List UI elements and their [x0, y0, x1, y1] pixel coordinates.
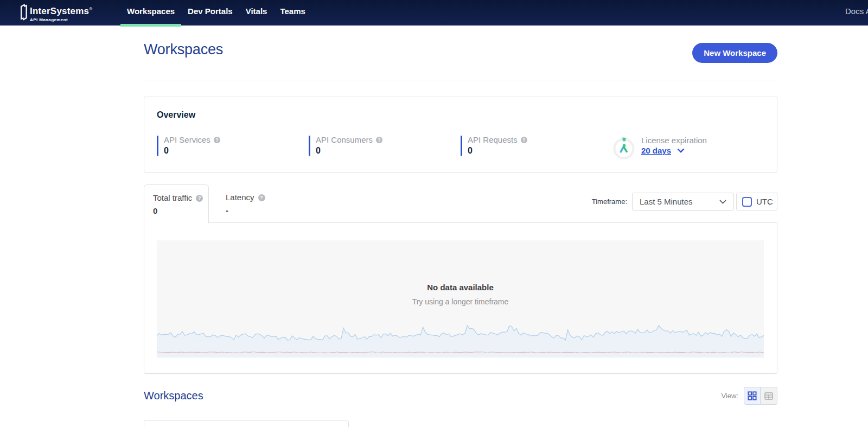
- metric-label-text: API Services: [164, 136, 210, 144]
- metric-label-text: API Consumers: [316, 136, 373, 144]
- tab-value: -: [226, 206, 282, 215]
- tab-label: Total traffic ?: [153, 194, 208, 202]
- grid-view-icon: [748, 391, 757, 400]
- metric-label: API Services ?: [164, 136, 309, 144]
- timeframe-select[interactable]: Last 5 Minutes: [632, 193, 734, 211]
- metric-label-text: API Requests: [468, 136, 518, 144]
- header-divider: [144, 80, 777, 80]
- nav-item-workspaces[interactable]: Workspaces: [120, 0, 181, 26]
- metric-label: API Requests ?: [468, 136, 612, 144]
- nav-right: Docs A: [845, 0, 864, 26]
- brand: InterSystems® API Management: [21, 4, 92, 22]
- metric-label: API Consumers ?: [316, 136, 461, 144]
- nav-item-partial[interactable]: A: [866, 0, 868, 22]
- intersystems-logo-icon: [21, 4, 27, 21]
- page-title: Workspaces: [144, 41, 223, 58]
- metric-api-requests: API Requests ? 0: [461, 136, 612, 156]
- overview-heading: Overview: [157, 110, 764, 120]
- tab-label: Latency ?: [226, 193, 282, 202]
- help-icon[interactable]: ?: [376, 137, 382, 143]
- grid-view-button[interactable]: [744, 387, 761, 405]
- page-header: Workspaces New Workspace: [144, 26, 777, 63]
- chevron-down-icon: [719, 200, 726, 204]
- tab-value: 0: [153, 206, 208, 215]
- table-view-icon: [764, 392, 773, 400]
- view-label: View:: [721, 392, 738, 400]
- nav-item-dev-portals[interactable]: Dev Portals: [181, 0, 239, 26]
- traffic-chart-panel: No data available Try using a longer tim…: [144, 223, 777, 374]
- license-gauge-icon: [612, 137, 635, 160]
- traffic-tabs: Total traffic ? 0 Latency ? - Timeframe:…: [144, 184, 777, 223]
- overview-card: Overview API Services ? 0 API Consumers …: [144, 97, 777, 173]
- timeframe-label: Timeframe:: [592, 193, 627, 211]
- tab-label-text: Latency: [226, 193, 254, 202]
- nav-item-docs[interactable]: Docs: [845, 7, 864, 16]
- chevron-down-icon[interactable]: [677, 148, 685, 153]
- metric-api-services: API Services ? 0: [157, 136, 309, 156]
- primary-nav: Workspaces Dev Portals Vitals Teams: [120, 0, 312, 26]
- workspaces-section-title: Workspaces: [144, 390, 203, 402]
- traffic-controls: Timeframe: Last 5 Minutes UTC: [282, 184, 777, 223]
- utc-label: UTC: [756, 197, 773, 206]
- metric-value: 0: [468, 146, 612, 156]
- overview-metrics: API Services ? 0 API Consumers ? 0 API R…: [157, 136, 764, 160]
- help-icon[interactable]: ?: [196, 195, 203, 202]
- table-view-button[interactable]: [761, 387, 777, 405]
- utc-toggle-box: UTC: [736, 193, 777, 211]
- main-content: Workspaces New Workspace Overview API Se…: [144, 26, 777, 427]
- top-navbar: InterSystems® API Management Workspaces …: [0, 0, 868, 26]
- license-label: License expiration: [641, 136, 707, 145]
- help-icon[interactable]: ?: [521, 137, 527, 143]
- workspace-card[interactable]: [144, 420, 349, 427]
- new-workspace-button[interactable]: New Workspace: [692, 43, 777, 63]
- license-days-link[interactable]: 20 days: [641, 146, 671, 155]
- tab-latency[interactable]: Latency ? -: [209, 184, 282, 223]
- placeholder-sparkline: [157, 324, 764, 358]
- traffic-panel: Total traffic ? 0 Latency ? - Timeframe:…: [144, 184, 777, 374]
- brand-product: API Management: [30, 17, 92, 22]
- license-text: License expiration 20 days: [641, 136, 707, 155]
- tab-label-text: Total traffic: [153, 194, 192, 202]
- help-icon[interactable]: ?: [258, 194, 265, 201]
- empty-state-title: No data available: [157, 283, 764, 292]
- license-expiration-block: License expiration 20 days: [612, 136, 764, 160]
- nav-item-vitals[interactable]: Vitals: [239, 0, 274, 26]
- timeframe-selected-value: Last 5 Minutes: [640, 197, 719, 206]
- empty-state-subtitle: Try using a longer timeframe: [157, 297, 764, 306]
- brand-name: InterSystems®: [30, 4, 92, 17]
- workspaces-section-header: Workspaces View:: [144, 387, 777, 405]
- view-switch: View:: [721, 387, 777, 405]
- metric-value: 0: [164, 146, 309, 156]
- nav-item-teams[interactable]: Teams: [273, 0, 311, 26]
- tab-total-traffic[interactable]: Total traffic ? 0: [144, 184, 209, 223]
- metric-value: 0: [316, 146, 461, 156]
- utc-checkbox[interactable]: [742, 197, 752, 207]
- metric-api-consumers: API Consumers ? 0: [309, 136, 461, 156]
- help-icon[interactable]: ?: [214, 137, 220, 143]
- brand-text: InterSystems® API Management: [30, 4, 92, 22]
- registered-mark: ®: [89, 7, 92, 11]
- chart-placeholder: No data available Try using a longer tim…: [157, 240, 764, 358]
